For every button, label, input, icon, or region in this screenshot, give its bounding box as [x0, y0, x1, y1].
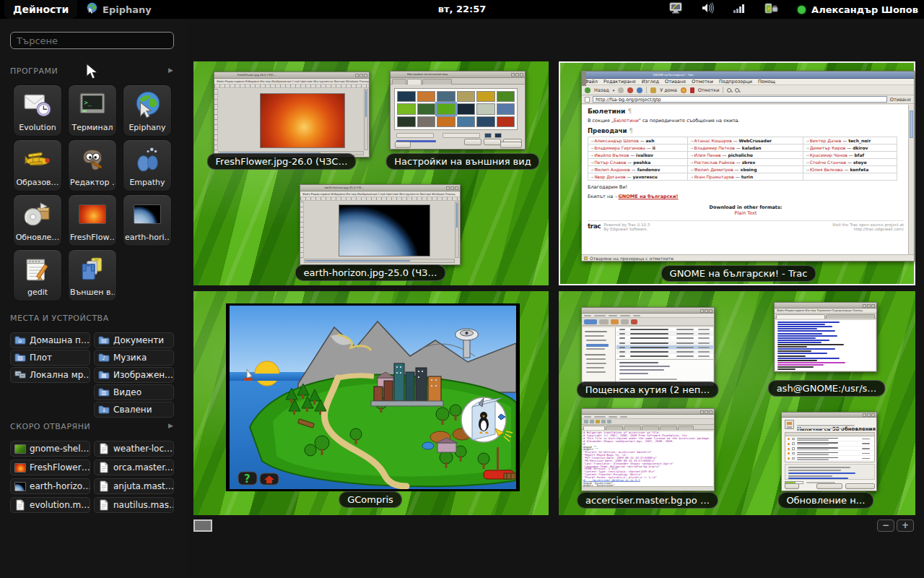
- recent-expander-icon[interactable]: ▶: [168, 422, 173, 429]
- recent-item[interactable]: FreshFlower…: [10, 460, 90, 475]
- home-icon[interactable]: [650, 87, 656, 93]
- workspace-4[interactable]: Файл Редактиране Изглед Терминал Подпроз…: [559, 291, 915, 515]
- app-tile-terminal[interactable]: >_ Терминал: [68, 85, 117, 137]
- go-button[interactable]: Отиване: [890, 97, 911, 103]
- wallpaper-thumb[interactable]: [497, 116, 515, 127]
- gnome-bg-link[interactable]: GNOME на български!: [618, 194, 678, 199]
- bookmark-icon[interactable]: [690, 87, 694, 93]
- workspace-3[interactable]: ? GCompris: [193, 291, 549, 515]
- app-tile-gimp[interactable]: Редактор …: [68, 139, 117, 191]
- wallpaper-grid: [394, 88, 518, 130]
- wallpaper-thumb[interactable]: [457, 116, 476, 127]
- install-updates-button[interactable]: [845, 483, 875, 489]
- wallpaper-thumb[interactable]: [437, 91, 456, 102]
- place-music[interactable]: ♪ Музика: [94, 350, 174, 366]
- workspace-1[interactable]: FreshFlower.jpg-26.0 (ЧЗС… Файл Редактир…: [193, 61, 549, 285]
- scrollbar[interactable]: [908, 105, 914, 254]
- recent-item[interactable]: weather-loc…: [94, 441, 174, 457]
- translator-cell: →Явор Доганов — yavorescu: [588, 173, 688, 181]
- app-tile-empathy[interactable]: Empathy: [123, 139, 172, 191]
- wallpaper-thumb[interactable]: [457, 103, 476, 114]
- tab-fonts[interactable]: Шрифтове: [422, 79, 452, 85]
- workspace-remove-button[interactable]: −: [877, 519, 894, 532]
- wallpaper-thumb[interactable]: [457, 91, 476, 102]
- window-epiphany-trac[interactable]: GNOME на български! - Trac ФайлРедактира…: [581, 71, 915, 262]
- window-gcompris[interactable]: ?: [226, 303, 520, 491]
- flower-thumbnail-icon: [14, 463, 26, 473]
- window-terminal[interactable]: Файл Редактиране Изглед Терминал Подпроз…: [774, 302, 877, 372]
- wallpaper-thumb[interactable]: [437, 103, 456, 114]
- url-bar[interactable]: http://fsa-bg.org/project/gtp: [593, 96, 887, 103]
- trac-page-content: Бюлетини ¶ В секция „Бюлетини“ са период…: [582, 105, 908, 254]
- app-tile-gedit[interactable]: gedit: [13, 249, 62, 301]
- appearance-tabs: Тема Фон Шрифтове: [391, 78, 525, 85]
- plain-text-link[interactable]: Plain Text: [735, 210, 757, 216]
- volume-icon[interactable]: [702, 2, 715, 17]
- place-pictures[interactable]: ▦ Изображен…: [94, 367, 174, 383]
- wallpaper-thumb[interactable]: [397, 116, 416, 127]
- app-tile-epiphany[interactable]: Epiphany: [123, 85, 172, 137]
- updates-settings-button[interactable]: [816, 483, 842, 489]
- place-documents[interactable]: ▤ Документи: [94, 332, 174, 348]
- window-appearance-prefs[interactable]: Настройки на външния вид Тема Фон Шрифто…: [390, 71, 526, 150]
- app-menu[interactable]: Epiphany: [85, 0, 152, 19]
- wallpaper-thumb[interactable]: [417, 103, 436, 114]
- recent-item[interactable]: gnome-shel…: [10, 441, 90, 457]
- app-tile-appearance[interactable]: Външен в…: [68, 249, 117, 301]
- recent-item[interactable]: evolution.m…: [10, 497, 90, 513]
- wallpaper-thumb[interactable]: [437, 116, 456, 127]
- tab-theme[interactable]: Тема: [392, 79, 406, 85]
- recent-item[interactable]: orca.master.…: [94, 460, 174, 475]
- back-icon[interactable]: [585, 87, 590, 93]
- stop-icon[interactable]: [627, 87, 633, 93]
- wallpaper-thumb[interactable]: [476, 91, 495, 102]
- wallpaper-thumb[interactable]: [397, 91, 416, 102]
- mouse-cursor: [85, 63, 101, 83]
- place-home[interactable]: ⌂ Домашна п…: [10, 332, 90, 348]
- battery-icon[interactable]: [764, 2, 779, 17]
- wallpaper-thumb[interactable]: [497, 103, 515, 114]
- display-icon[interactable]: [669, 2, 683, 17]
- app-tile-gcompris[interactable]: Образов…: [13, 139, 62, 191]
- recent-item[interactable]: earth-horizo…: [10, 478, 90, 494]
- window-freshflower-gimp[interactable]: FreshFlower.jpg-26.0 (ЧЗС… Файл Редактир…: [214, 72, 370, 158]
- workspace-indicator[interactable]: [193, 519, 212, 532]
- app-tile-updates[interactable]: Обновле…: [13, 194, 62, 246]
- zoom-out-icon[interactable]: [735, 88, 739, 92]
- reload-icon[interactable]: [637, 87, 642, 93]
- window-evolution-mail[interactable]: [581, 307, 715, 387]
- place-videos[interactable]: ▥ Видео: [94, 384, 174, 400]
- forward-icon[interactable]: [618, 87, 624, 93]
- place-downloads[interactable]: ↓ Свалени: [94, 402, 174, 418]
- clock[interactable]: вт, 22:57: [438, 0, 487, 19]
- wallpaper-thumb[interactable]: [417, 91, 436, 102]
- window-earthhorizon-gimp[interactable]: earth-horizon.jpg-25.0 (ЧЗ… Файл Редакти…: [300, 184, 461, 265]
- wallpaper-thumb[interactable]: [476, 116, 495, 127]
- search-input[interactable]: [10, 32, 174, 49]
- wallpaper-thumb[interactable]: [497, 91, 515, 102]
- zoom-in-icon[interactable]: [727, 88, 731, 92]
- activities-button[interactable]: Дейности: [4, 0, 77, 19]
- programs-expander-icon[interactable]: ▶: [168, 66, 173, 74]
- place-local-network[interactable]: ▢ Локална мр…: [10, 367, 90, 383]
- wallpaper-thumb[interactable]: [476, 103, 495, 114]
- tab-background[interactable]: Фон: [407, 79, 422, 85]
- place-desktop[interactable]: ▧ Плот: [10, 350, 90, 366]
- app-tile-freshflower[interactable]: FreshFlow…: [68, 194, 117, 246]
- bulletins-link[interactable]: Бюлетини: [614, 118, 639, 124]
- window-update-manager[interactable]: Налични са 38 обновления: [781, 412, 877, 491]
- network-signal-icon[interactable]: [733, 3, 746, 17]
- history-icon[interactable]: [681, 87, 687, 93]
- recent-item[interactable]: anjuta.mast…: [94, 478, 174, 494]
- gcompris-scene: ?: [230, 306, 516, 489]
- window-gedit-po[interactable]: # Bulgarian translation of accerciser po…: [581, 408, 715, 491]
- workspace-2[interactable]: GNOME на български! - Trac ФайлРедактира…: [559, 61, 915, 285]
- app-tile-evolution[interactable]: Evolution: [13, 85, 62, 137]
- recent-item[interactable]: nautilus.mas…: [94, 497, 174, 513]
- user-menu[interactable]: Александър Шопов: [798, 4, 918, 15]
- app-tile-earthhorizon[interactable]: earth-hori…: [123, 194, 172, 246]
- updates-help-button[interactable]: [785, 483, 799, 489]
- workspace-add-button[interactable]: +: [897, 519, 914, 532]
- wallpaper-thumb[interactable]: [397, 103, 416, 114]
- wallpaper-thumb[interactable]: [417, 116, 436, 127]
